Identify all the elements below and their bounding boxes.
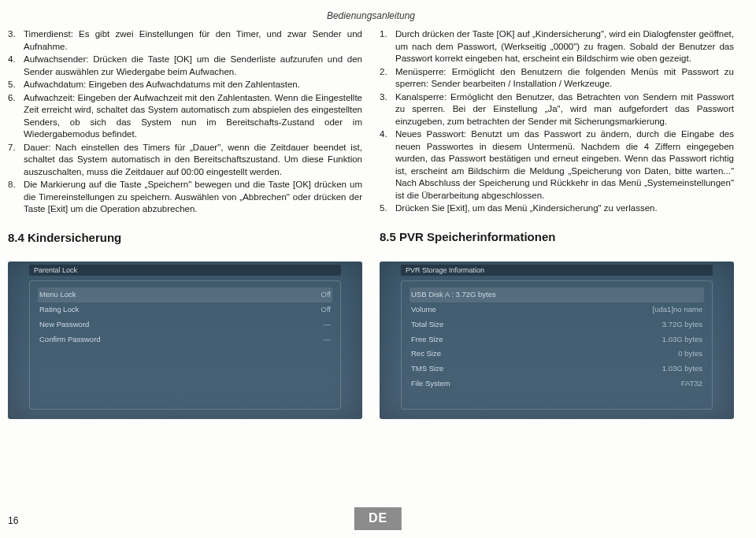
screenshot-b-title: PVR Storage Information (401, 265, 713, 276)
left-item: 3.Timerdienst: Es gibt zwei Einstellunge… (8, 28, 362, 53)
list-number: 4. (380, 128, 392, 202)
list-number: 4. (8, 54, 20, 78)
list-text: Die Markierung auf die Taste „Speichern"… (24, 179, 362, 216)
info-row: TMS Size1.03G bytes (410, 362, 704, 377)
list-text: Aufwachzeit: Eingeben der Aufwachzeit mi… (24, 92, 362, 141)
heading-8-5: 8.5 PVR Speicherinformationen (380, 229, 734, 245)
menu-row: Rating LockOff (38, 302, 332, 317)
info-row: Total Size3.72G bytes (410, 317, 704, 332)
storage-header-text: USB Disk A : 3.72G bytes (411, 290, 496, 300)
list-text: Menüsperre: Ermöglicht den Benutzern die… (395, 66, 734, 91)
info-row: Free Size1.03G bytes (410, 332, 704, 347)
left-item: 8.Die Markierung auf die Taste „Speicher… (8, 179, 362, 216)
menu-row-value: Off (321, 290, 332, 300)
left-item: 6.Aufwachzeit: Eingeben der Aufwachzeit … (8, 92, 362, 141)
info-row-label: Volume (411, 305, 436, 315)
info-row-label: Free Size (411, 335, 443, 345)
language-badge: DE (354, 507, 402, 530)
list-text: Aufwachsender: Drücken die Taste [OK] um… (24, 54, 362, 78)
menu-row: Confirm Password--- (38, 332, 332, 347)
info-row-value: 0 bytes (678, 349, 702, 359)
right-item: 2.Menüsperre: Ermöglicht den Benutzern d… (380, 66, 734, 91)
info-row: Volume[uda1]no name (410, 302, 704, 317)
list-text: Drücken Sie [Exit], um das Menü „Kinders… (395, 202, 734, 215)
right-item: 3.Kanalsperre: Ermöglicht den Benutzer, … (380, 91, 734, 128)
menu-row: New Password--- (38, 317, 332, 332)
right-column: 1.Durch drücken der Taste [OK] auf „Kind… (380, 28, 734, 250)
menu-row: Menu LockOff (38, 288, 332, 302)
left-column: 3.Timerdienst: Es gibt zwei Einstellunge… (8, 28, 362, 250)
info-row: Rec Size0 bytes (410, 347, 704, 362)
screenshot-pvr-storage: PVR Storage Information USB Disk A : 3.7… (380, 262, 734, 419)
info-row-value: [uda1]no name (653, 305, 702, 315)
menu-row-label: New Password (39, 320, 89, 330)
list-text: Timerdienst: Es gibt zwei Einstellungen … (24, 28, 362, 53)
screenshot-parental-lock: Parental Lock Menu LockOffRating LockOff… (8, 262, 362, 419)
list-number: 3. (380, 91, 392, 128)
text-columns: 3.Timerdienst: Es gibt zwei Einstellunge… (8, 28, 734, 250)
list-number: 7. (8, 142, 20, 179)
screenshots-row: Parental Lock Menu LockOffRating LockOff… (8, 262, 734, 419)
list-number: 1. (380, 28, 392, 65)
info-row-value: 1.03G bytes (662, 335, 702, 345)
menu-row-value: Off (321, 305, 332, 315)
left-item: 7.Dauer: Nach einstellen des Timers für … (8, 142, 362, 179)
list-text: Kanalsperre: Ermöglicht den Benutzer, da… (395, 91, 734, 128)
info-row-value: 1.03G bytes (662, 364, 702, 374)
right-item: 4.Neues Passwort: Benutzt um das Passwor… (380, 128, 734, 202)
menu-row-label: Confirm Password (39, 335, 101, 345)
list-text: Aufwachdatum: Eingeben des Aufwachdatums… (24, 79, 362, 91)
info-row-value: FAT32 (681, 379, 702, 389)
list-text: Neues Passwort: Benutzt um das Passwort … (395, 128, 734, 202)
info-row-label: File System (411, 379, 450, 389)
menu-row-value: --- (324, 335, 332, 345)
left-item: 5.Aufwachdatum: Eingeben des Aufwachdatu… (8, 79, 362, 91)
info-row-value: 3.72G bytes (662, 320, 702, 330)
heading-8-4: 8.4 Kindersicherung (8, 230, 362, 246)
list-number: 5. (8, 79, 20, 91)
storage-header: USB Disk A : 3.72G bytes (410, 288, 704, 302)
info-row-label: Rec Size (411, 349, 441, 359)
list-text: Dauer: Nach einstellen des Timers für „D… (24, 142, 362, 179)
screenshot-a-title: Parental Lock (29, 265, 341, 276)
list-number: 6. (8, 92, 20, 141)
right-item: 1.Durch drücken der Taste [OK] auf „Kind… (380, 28, 734, 65)
menu-row-label: Rating Lock (39, 305, 79, 315)
info-row-label: TMS Size (411, 364, 443, 374)
menu-row-label: Menu Lock (39, 290, 76, 300)
page-number: 16 (8, 514, 18, 527)
menu-row-value: --- (324, 320, 332, 330)
doc-header: Bedienungsanleitung (8, 9, 734, 22)
info-row-label: Total Size (411, 320, 443, 330)
list-number: 5. (380, 202, 392, 215)
info-row: File SystemFAT32 (410, 377, 704, 391)
list-text: Durch drücken der Taste [OK] auf „Kinder… (395, 28, 734, 65)
list-number: 8. (8, 179, 20, 216)
list-number: 3. (8, 28, 20, 53)
right-item: 5.Drücken Sie [Exit], um das Menü „Kinde… (380, 202, 734, 215)
left-item: 4.Aufwachsender: Drücken die Taste [OK] … (8, 54, 362, 78)
list-number: 2. (380, 66, 392, 91)
